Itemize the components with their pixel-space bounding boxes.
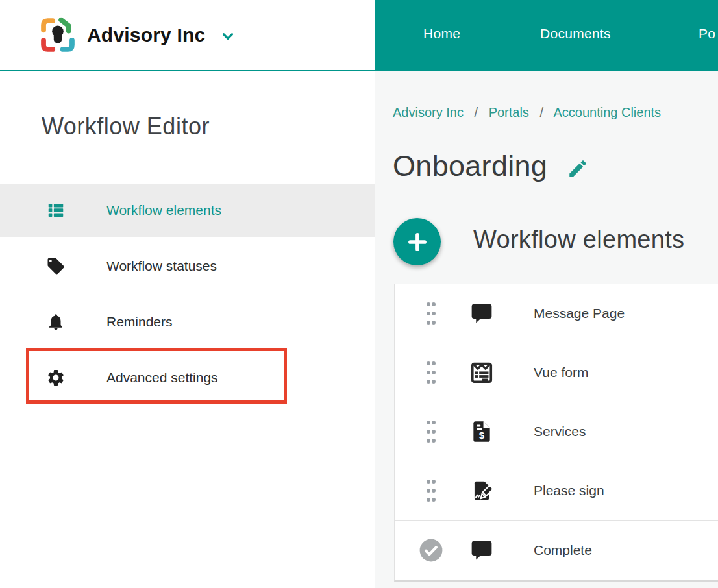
brand-name: Advisory Inc [87,24,205,46]
breadcrumb-separator: / [475,105,478,119]
sidebar-item-workflow-elements[interactable]: Workflow elements [0,184,375,237]
sidebar-item-label: Workflow statuses [106,258,217,274]
sidebar: Advisory Inc Workflow Editor Workflow el… [0,0,375,588]
section-heading: Workflow elements [473,226,684,254]
row-lead [395,358,467,387]
workflow-element-label: Message Page [534,306,625,321]
chat-icon [467,538,496,563]
brand-header[interactable]: Advisory Inc [0,0,375,71]
list-icon [45,200,66,221]
breadcrumb: Advisory Inc / Portals / Accounting Clie… [393,105,661,120]
workflow-element-row[interactable]: $ Services [395,402,718,461]
sidebar-item-workflow-statuses[interactable]: Workflow statuses [0,239,375,293]
drag-handle-icon[interactable] [423,299,439,328]
brand-logo-icon [38,15,78,55]
workflow-element-label: Complete [534,543,592,558]
workflow-element-label: Services [534,424,586,439]
svg-text:$: $ [479,430,485,441]
sidebar-title: Workflow Editor [42,113,210,140]
workflow-element-label: Please sign [534,483,604,498]
signature-icon [467,478,496,503]
chat-icon [467,301,496,326]
sidebar-item-label: Reminders [106,314,173,330]
invoice-icon: $ [467,419,496,444]
form-icon [467,360,496,385]
gear-icon [45,367,66,388]
drag-handle-icon[interactable] [423,417,439,446]
nav-item-documents[interactable]: Documents [540,26,611,42]
nav-item-portals[interactable]: Po [699,26,715,42]
sidebar-menu: Workflow elements Workflow statuses Remi… [0,184,375,407]
completed-check-icon [419,538,443,563]
tag-icon [45,256,66,276]
workflow-elements-list: Message Page [394,284,718,582]
sidebar-item-reminders[interactable]: Reminders [0,295,375,349]
sidebar-item-advanced-settings[interactable]: Advanced settings [0,351,375,404]
workflow-element-row[interactable]: Vue form [395,343,718,402]
row-lead [395,476,467,505]
sidebar-item-label: Advanced settings [106,370,218,386]
breadcrumb-link-advisory-inc[interactable]: Advisory Inc [393,105,464,119]
app-window: Advisory Inc Workflow Editor Workflow el… [0,0,718,588]
workflow-element-label: Vue form [534,365,588,380]
page-title: Onboarding [393,149,547,183]
edit-pencil-icon[interactable] [567,158,589,180]
row-lead [395,417,467,446]
breadcrumb-separator: / [539,105,543,119]
row-lead [395,538,467,563]
drag-handle-icon[interactable] [423,358,439,387]
workflow-element-row[interactable]: Please sign [395,461,718,521]
workflow-element-row[interactable]: Message Page [395,284,718,343]
breadcrumb-link-portals[interactable]: Portals [489,105,529,119]
page-title-row: Onboarding [393,149,589,183]
add-workflow-element-button[interactable] [393,218,441,265]
nav-item-home[interactable]: Home [423,26,460,42]
breadcrumb-link-accounting-clients[interactable]: Accounting Clients [553,105,661,119]
main-content: Advisory Inc / Portals / Accounting Clie… [375,71,718,588]
drag-handle-icon[interactable] [423,476,439,505]
workflow-element-row[interactable]: Complete [395,521,718,580]
top-nav-bar: Home Documents Po [375,0,718,71]
plus-icon [405,230,430,254]
sidebar-item-label: Workflow elements [106,202,221,218]
bell-icon [45,312,66,332]
row-lead [395,299,467,328]
chevron-down-icon[interactable] [219,28,236,45]
